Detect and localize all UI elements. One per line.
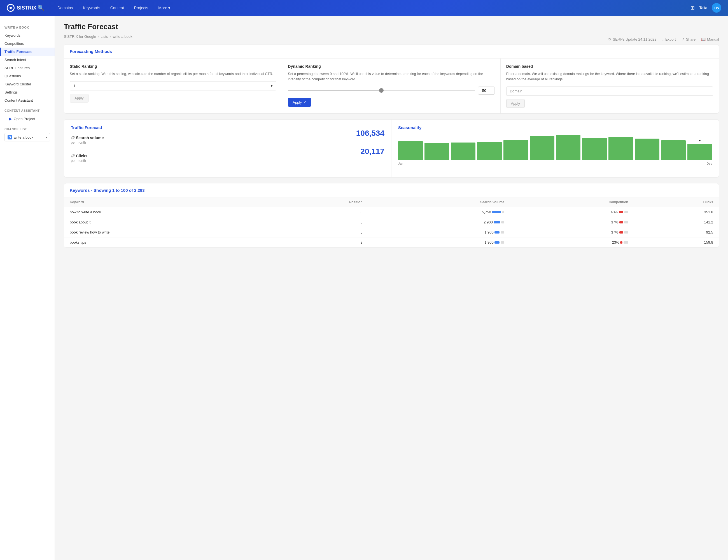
sv-bar-rest <box>501 241 504 244</box>
seasonality-bar <box>530 136 554 160</box>
table-row[interactable]: book about it 5 2,900 37% 141.2 <box>64 217 719 227</box>
breadcrumb-actions: ↻ SERPs Update 24.11.2022 ↓ Export ↗ Sha… <box>608 37 719 41</box>
dynamic-ranking-desc: Set a percentage between 0 and 100%. We'… <box>288 71 494 82</box>
traffic-card: Traffic Forecast ∅ Search volume per mon… <box>64 119 719 178</box>
nav-content[interactable]: Content <box>106 3 128 12</box>
chevron-down-icon: ▾ <box>271 84 273 88</box>
slider-track[interactable] <box>288 90 475 91</box>
avatar[interactable]: TW <box>712 3 721 13</box>
keywords-table-head: Keyword Position Search Volume Competiti… <box>64 197 719 207</box>
table-row[interactable]: how to write a book 5 5,750 43% 351.8 <box>64 207 719 217</box>
breadcrumb-sistrix[interactable]: SISTRIX for Google <box>64 34 96 39</box>
domain-based-col: Domain based Enter a domain. We will use… <box>501 59 719 113</box>
seasonality-right: Seasonality Jan Dec <box>391 120 719 177</box>
breadcrumb-write-a-book[interactable]: write a book <box>113 34 132 39</box>
nav-keywords[interactable]: Keywords <box>79 3 104 12</box>
cell-clicks: 141.2 <box>634 217 719 227</box>
table-row[interactable]: book review how to write 5 1,900 37% 92.… <box>64 227 719 237</box>
header: SISTRIX 🔍 Domains Keywords Content Proje… <box>0 0 728 16</box>
seasonality-bar <box>477 142 502 160</box>
comp-bar-fill <box>620 241 622 244</box>
cell-competition: 37% <box>510 217 634 227</box>
comp-bar-rest <box>624 231 628 234</box>
keywords-table-body: how to write a book 5 5,750 43% 351.8 bo… <box>64 207 719 247</box>
manual-action[interactable]: 📖 Manual <box>701 37 719 41</box>
dynamic-apply-button[interactable]: Apply ✓ <box>288 98 311 107</box>
static-ranking-title: Static Ranking <box>70 64 276 69</box>
col-position: Position <box>270 197 368 207</box>
sidebar-item-traffic-forecast[interactable]: Traffic Forecast <box>0 48 55 56</box>
seasonality-bar <box>582 138 607 160</box>
sidebar-item-settings[interactable]: Settings <box>0 88 55 96</box>
header-right: ⊞ Talia TW <box>690 3 721 13</box>
search-volume-block: ∅ Search volume per month 106,534 <box>71 136 384 149</box>
keywords-table: Keyword Position Search Volume Competiti… <box>64 197 719 248</box>
comp-bar-rest <box>624 221 628 223</box>
google-icon: G <box>8 135 12 139</box>
comp-bar <box>619 231 628 234</box>
page-title: Traffic Forecast <box>64 22 719 31</box>
clicks-block: ∅ Clicks per month 20,117 <box>71 154 384 167</box>
static-apply-button[interactable]: Apply <box>70 94 88 102</box>
sidebar-item-serp-features[interactable]: SERP Features <box>0 64 55 72</box>
slider-thumb[interactable] <box>379 88 384 93</box>
cell-competition: 37% <box>510 227 634 237</box>
cell-clicks: 92.5 <box>634 227 719 237</box>
sv-bar <box>494 241 504 244</box>
cell-keyword: book about it <box>64 217 270 227</box>
domain-input[interactable] <box>506 87 713 96</box>
static-ranking-select[interactable]: 1 ▾ <box>70 81 276 90</box>
avg-icon: ∅ <box>71 136 74 140</box>
sidebar-item-questions[interactable]: Questions <box>0 72 55 80</box>
comp-bar <box>619 221 628 223</box>
serps-update-action[interactable]: ↻ SERPs Update 24.11.2022 <box>608 37 656 41</box>
sidebar-item-keywords[interactable]: Keywords <box>0 31 55 39</box>
serps-update-text: SERPs Update 24.11.2022 <box>613 37 656 41</box>
export-text: Export <box>665 37 676 41</box>
nav-more[interactable]: More ▾ <box>154 3 174 12</box>
download-icon: ↓ <box>662 37 664 41</box>
sidebar-item-competitors[interactable]: Competitors <box>0 39 55 48</box>
seasonality-title: Seasonality <box>398 125 712 130</box>
sv-bar-rest <box>501 221 504 223</box>
user-name: Talia <box>699 6 707 10</box>
cell-clicks: 159.8 <box>634 237 719 247</box>
seasonality-bar <box>424 143 449 160</box>
nav-projects[interactable]: Projects <box>130 3 152 12</box>
list-selector[interactable]: G write a book ▾ <box>4 133 50 141</box>
traffic-grid: Traffic Forecast ∅ Search volume per mon… <box>64 120 719 177</box>
clicks-sub: per month <box>71 159 87 163</box>
dynamic-ranking-input[interactable] <box>478 87 495 95</box>
change-list-title: CHANGE LIST <box>4 127 50 131</box>
clicks-info: ∅ Clicks per month <box>71 154 87 163</box>
sv-bar <box>494 231 504 234</box>
domain-apply-button[interactable]: Apply <box>506 99 525 108</box>
cell-search-volume: 1,900 <box>368 227 510 237</box>
bar-label-jan: Jan <box>398 162 403 165</box>
grid-icon[interactable]: ⊞ <box>690 5 695 11</box>
col-clicks: Clicks <box>634 197 719 207</box>
sidebar-item-search-intent[interactable]: Search Intent <box>0 56 55 64</box>
domain-based-title: Domain based <box>506 64 713 69</box>
bar-labels: Jan Dec <box>398 162 712 165</box>
sv-bar-fill <box>494 221 500 223</box>
cell-position: 3 <box>270 237 368 247</box>
slider-row <box>288 87 494 95</box>
export-action[interactable]: ↓ Export <box>662 37 676 41</box>
forecasting-methods-card: Forecasting Methods Static Ranking Set a… <box>64 44 719 114</box>
breadcrumb-row: SISTRIX for Google › Lists › write a boo… <box>64 34 719 44</box>
nav-domains[interactable]: Domains <box>53 3 77 12</box>
keywords-card: Keywords - Showing 1 to 100 of 2,293 Key… <box>64 183 719 248</box>
sv-bar-rest <box>501 231 504 234</box>
share-action[interactable]: ↗ Share <box>682 37 696 41</box>
comp-bar-rest <box>624 211 628 213</box>
logo-icon <box>7 4 15 12</box>
cell-search-volume: 2,900 <box>368 217 510 227</box>
table-row[interactable]: books tips 3 1,900 23% 159.8 <box>64 237 719 247</box>
sidebar-item-content-assistant[interactable]: Content Assistant <box>0 96 55 104</box>
cell-search-volume: 1,900 <box>368 237 510 247</box>
open-project-item[interactable]: ▶ Open Project <box>4 115 50 123</box>
breadcrumb-lists[interactable]: Lists <box>101 34 108 39</box>
sidebar: WRITE A BOOK Keywords Competitors Traffi… <box>0 16 55 560</box>
sidebar-item-keyword-cluster[interactable]: Keyword Cluster <box>0 80 55 88</box>
